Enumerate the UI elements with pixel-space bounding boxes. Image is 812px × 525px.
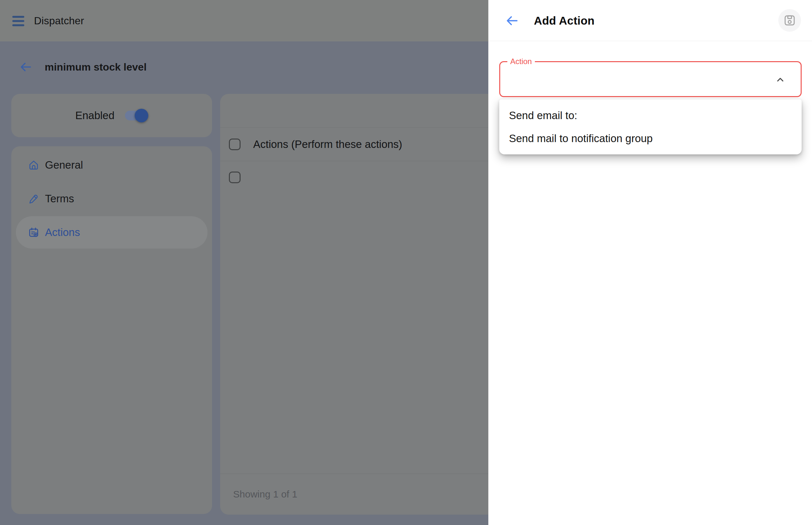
action-select-label: Action bbox=[507, 57, 535, 66]
nav-item-actions[interactable]: Actions bbox=[16, 216, 208, 249]
drawer-back-arrow-icon[interactable] bbox=[505, 14, 519, 28]
calendar-plus-icon bbox=[28, 226, 40, 239]
enabled-card: Enabled bbox=[11, 94, 212, 137]
drawer-title: Add Action bbox=[534, 0, 594, 41]
toggle-thumb bbox=[135, 109, 148, 122]
add-action-drawer: Add Action Action Send email to: Send ma… bbox=[488, 0, 812, 525]
page-title: minimum stock level bbox=[45, 60, 147, 74]
table-header-label: Actions (Perform these actions) bbox=[253, 138, 402, 150]
chevron-up-icon bbox=[774, 74, 786, 86]
app-title: Dispatcher bbox=[34, 0, 84, 42]
floppy-disk-icon bbox=[783, 14, 796, 27]
pencil-icon bbox=[28, 193, 40, 205]
menu-icon[interactable] bbox=[12, 16, 24, 26]
settings-nav: General Terms Actions bbox=[11, 146, 212, 514]
select-all-checkbox[interactable] bbox=[229, 138, 240, 150]
nav-item-terms[interactable]: Terms bbox=[16, 182, 208, 215]
nav-item-general[interactable]: General bbox=[16, 149, 208, 181]
table-footer-text: Showing 1 of 1 bbox=[233, 489, 297, 500]
row-checkbox[interactable] bbox=[229, 171, 240, 183]
enabled-toggle[interactable] bbox=[125, 108, 148, 123]
back-arrow-icon[interactable] bbox=[19, 60, 32, 74]
option-send-mail-to-notification-group[interactable]: Send mail to notification group bbox=[499, 127, 802, 150]
drawer-header: Add Action bbox=[489, 0, 812, 41]
nav-item-label: Terms bbox=[45, 193, 74, 205]
option-send-email-to[interactable]: Send email to: bbox=[499, 104, 802, 127]
enabled-label: Enabled bbox=[75, 109, 114, 122]
action-options-menu: Send email to: Send mail to notification… bbox=[499, 99, 802, 154]
action-select[interactable]: Action bbox=[499, 57, 802, 97]
home-icon bbox=[28, 159, 40, 171]
nav-item-label: Actions bbox=[45, 226, 80, 239]
save-button[interactable] bbox=[778, 9, 801, 32]
nav-item-label: General bbox=[45, 159, 83, 171]
app-root: Dispatcher minimum stock level Enabled G… bbox=[0, 0, 812, 525]
